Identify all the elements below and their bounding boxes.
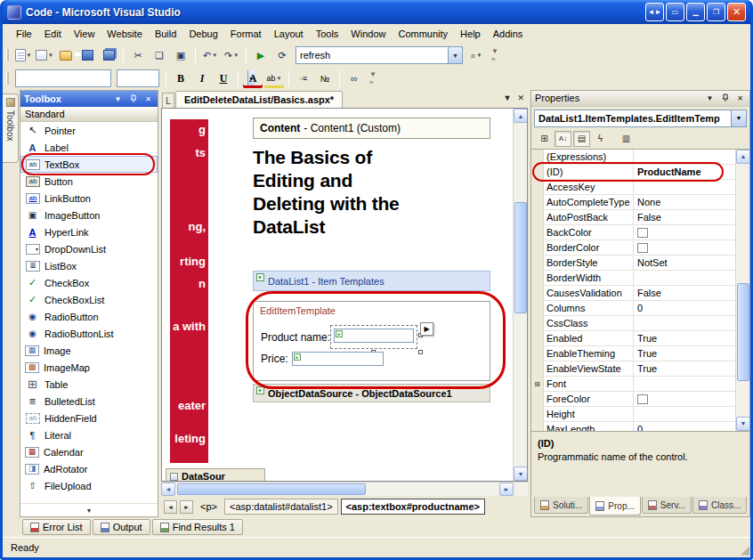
design-surface[interactable]: gtsng,rtingna witheaterleting Content - … [161,108,528,482]
panel-tab-properties[interactable]: Prop... [589,497,640,515]
titlebar[interactable]: Code - Microsoft Visual Studio ◄► ▭ ▁ ❐ … [3,0,750,24]
scrollbar-thumb[interactable] [514,202,527,313]
property-row-expressions[interactable]: (Expressions) [531,150,735,165]
window-position-icon[interactable]: ▼ [704,93,716,104]
toolbox-item-adrotator[interactable]: ◨AdRotator [20,460,158,477]
add-item-button[interactable]: ▼ [35,45,54,65]
property-pages-icon[interactable]: ▥ [618,131,635,147]
document-tab-partial[interactable]: L [162,93,174,108]
property-row-borderstyle[interactable]: BorderStyleNotSet [531,256,735,271]
property-row-columns[interactable]: Columns0 [531,301,735,316]
property-value[interactable]: 0 [634,422,735,432]
property-value[interactable] [634,377,735,392]
save-all-button[interactable] [99,45,118,65]
property-row-accesskey[interactable]: AccessKey [531,180,735,195]
alphabetical-icon[interactable]: A↓ [555,131,571,147]
minimize-button[interactable]: ▁ [686,3,705,21]
save-button[interactable] [77,45,97,65]
scroll-down-button[interactable]: ▼ [514,467,528,481]
scroll-down-button[interactable]: ▼ [736,417,749,431]
hyperlink-button[interactable]: ∞ [344,69,364,88]
toolbox-item-bulletedlist[interactable]: ≣BulletedList [20,393,158,410]
toolbox-scroll-down-button[interactable]: ▼ [20,503,158,516]
property-row-bordercolor[interactable]: BorderColor [531,240,735,256]
toolbox-item-radiobuttonlist[interactable]: ◉RadioButtonList [20,325,158,342]
highlight-color-button[interactable]: ab▼ [264,69,284,88]
maximize-button[interactable]: ❐ [707,3,725,21]
objectdatasource-bar[interactable]: ▸ ObjectDataSource - ObjectDataSource1 [253,384,490,402]
toolbox-item-image[interactable]: ▦Image [20,342,158,359]
toolbox-item-hyperlink[interactable]: AHyperLink [20,223,158,240]
close-icon[interactable]: ✕ [734,93,746,104]
property-row-borderwidth[interactable]: BorderWidth [531,271,735,286]
properties-view-icon[interactable]: ▤ [573,131,590,147]
property-row-maxlength[interactable]: MaxLength0 [531,422,735,432]
property-value[interactable]: True [634,361,735,377]
menu-item-build[interactable]: Build [149,26,182,42]
scroll-right-button[interactable]: ► [499,483,514,496]
panel-tab-class-view[interactable]: Class... [692,497,747,514]
toolbox-item-radiobutton[interactable]: ◉RadioButton [20,308,158,325]
menu-item-view[interactable]: View [68,26,101,42]
toolbox-item-hiddenfield[interactable]: abHiddenField [20,410,158,426]
bottom-tab-error-list[interactable]: Error List [22,519,91,535]
menu-item-file[interactable]: File [10,26,38,42]
menu-item-tools[interactable]: Tools [310,26,345,42]
toolbox-item-button[interactable]: abButton [20,173,158,190]
menu-item-edit[interactable]: Edit [38,26,68,42]
object-selector-combobox[interactable]: DataList1.ItemTemplates.EditItemTemp ▼ [534,110,747,127]
refresh-browser-button[interactable]: ⟳ [272,45,292,65]
copy-button[interactable]: ❏ [150,45,169,65]
toolbox-item-listbox[interactable]: ≣ListBox [20,257,158,274]
property-value[interactable] [634,180,735,195]
toolbar-overflow-button[interactable]: ▼» [491,47,498,63]
find-in-files-button[interactable]: ⌕▼ [466,45,486,65]
property-value[interactable] [634,316,735,331]
smart-tag-button[interactable]: ▶ [420,322,433,336]
close-icon[interactable]: ✕ [142,93,154,105]
menu-item-format[interactable]: Format [224,26,268,42]
bottom-tab-output[interactable]: Output [93,519,150,535]
italic-button[interactable]: I [192,69,212,88]
resize-handle[interactable] [418,350,423,354]
price-textbox[interactable]: ▸ [292,352,384,366]
categorized-icon[interactable]: ⊞ [536,131,553,147]
bold-button[interactable]: B [171,69,190,88]
property-row-causesvalidation[interactable]: CausesValidationFalse [531,286,735,301]
property-value[interactable]: None [634,195,735,210]
numbered-list-button[interactable]: № [315,69,335,88]
document-tab-active[interactable]: EditDeleteDataList/Basics.aspx* [175,91,343,108]
font-color-button[interactable]: A [243,69,263,88]
toolbox-item-checkbox[interactable]: ✓CheckBox [20,274,158,291]
underline-button[interactable]: U [214,69,233,88]
toolbox-item-dropdownlist[interactable]: ▾DropDownList [20,240,158,257]
editor-vertical-scrollbar[interactable]: ▲ ▼ [513,109,527,481]
toolbox-section-standard[interactable]: Standard [20,107,158,122]
menu-item-help[interactable]: Help [454,26,487,42]
property-row-enableviewstate[interactable]: EnableViewStateTrue [531,361,735,377]
tag-nav-forward-button[interactable]: ► [180,500,193,514]
property-value[interactable] [634,271,735,286]
scrollbar-thumb[interactable] [177,483,366,495]
menu-item-window[interactable]: Window [344,26,392,42]
property-value[interactable] [634,392,735,407]
property-value[interactable]: False [634,286,735,301]
product-name-textbox[interactable]: ▸ [334,329,414,343]
toolbox-item-textbox[interactable]: abTextBox [20,156,158,173]
resize-grip[interactable]: ◢ [737,544,749,556]
pin-icon[interactable] [719,93,731,104]
toolbox-item-fileupload[interactable]: ⇧FileUpload [20,477,158,494]
property-value[interactable]: ProductName [634,165,735,180]
tag-p[interactable]: <p> [196,499,222,514]
close-button[interactable]: ✕ [727,3,746,21]
property-row-autocompletetype[interactable]: AutoCompleteTypeNone [531,195,735,210]
open-file-button[interactable] [56,45,76,65]
toolbox-autohide-tab[interactable]: Toolbox [3,93,19,163]
cut-button[interactable]: ✂ [128,45,148,65]
toolbox-item-imagebutton[interactable]: ▣ImageButton [20,207,158,223]
undo-button[interactable]: ↶▼ [200,45,220,65]
editor-horizontal-scrollbar[interactable]: ◄ ► [161,482,528,496]
expand-icon[interactable]: ⊞ [531,377,544,392]
scroll-up-button[interactable]: ▲ [514,109,528,123]
property-row-autopostback[interactable]: AutoPostBackFalse [531,210,735,225]
